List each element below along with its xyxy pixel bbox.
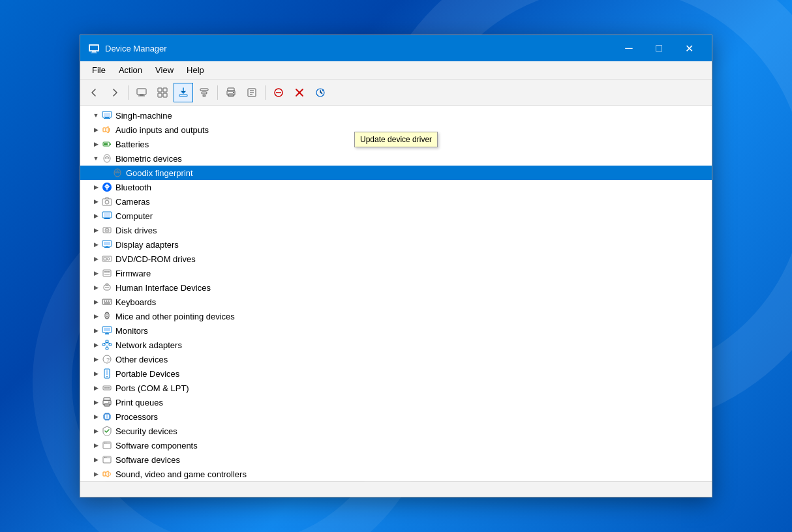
tree-item[interactable]: ▶Network adapters [80, 338, 712, 352]
tree-item[interactable]: ▶Audio inputs and outputs [80, 123, 712, 137]
expander[interactable]: ▶ [91, 213, 101, 219]
uninstall-button[interactable] [290, 83, 309, 102]
device-icon [101, 210, 113, 222]
forward-button[interactable] [105, 83, 125, 102]
content-area: ▼ Singh-machine ▶Audio inputs and output… [80, 106, 712, 481]
expander[interactable]: ▶ [91, 270, 101, 276]
tree-item[interactable]: ▶Processors [80, 409, 712, 424]
menu-bar: File Action View Help [80, 61, 712, 80]
tree-item[interactable]: ▶Bluetooth [80, 180, 712, 194]
tree-item[interactable]: ▶Monitors [80, 323, 712, 338]
device-label: Sound, video and game controllers [115, 469, 247, 479]
expander[interactable]: ▶ [91, 413, 101, 420]
expander[interactable]: ▶ [91, 241, 101, 248]
expander[interactable]: ▶ [91, 370, 101, 377]
tree-item[interactable]: ▶Computer [80, 209, 712, 223]
tree-item[interactable]: ▶Portable Devices [80, 366, 712, 381]
toolbar-sep-2 [217, 85, 218, 100]
tree-item[interactable]: Goodix fingerprint [80, 166, 712, 180]
expander[interactable]: ▶ [91, 184, 101, 190]
device-icon [101, 310, 113, 322]
expander[interactable]: ▶ [91, 399, 101, 406]
device-icon [101, 425, 113, 437]
menu-action[interactable]: Action [112, 64, 149, 76]
expander[interactable]: ▶ [91, 356, 101, 362]
menu-file[interactable]: File [85, 64, 112, 76]
close-button[interactable]: ✕ [674, 35, 704, 61]
show-all-devices-button[interactable] [132, 83, 151, 102]
expander[interactable]: ▶ [91, 428, 101, 434]
minimize-button[interactable]: ─ [614, 35, 644, 61]
expander[interactable]: ▶ [91, 442, 101, 449]
device-label: Audio inputs and outputs [115, 125, 209, 135]
tree-item[interactable]: ▶Batteries [80, 137, 712, 151]
tree-item[interactable]: ▶Ports (COM & LPT) [80, 381, 712, 395]
tree-item[interactable]: ▶Sound, video and game controllers [80, 467, 712, 481]
device-icon [101, 411, 113, 422]
menu-help[interactable]: Help [180, 64, 211, 76]
expander[interactable]: ▶ [91, 227, 101, 233]
device-label: Monitors [115, 326, 148, 336]
device-label: Human Interface Devices [115, 283, 211, 293]
svg-rect-91 [104, 398, 110, 400]
tree-item[interactable]: ▶Print queues [80, 395, 712, 409]
menu-view[interactable]: View [149, 64, 180, 76]
svg-rect-70 [102, 327, 112, 332]
update-driver-button[interactable] [174, 83, 193, 102]
root-expander[interactable]: ▼ [91, 112, 101, 119]
device-icon [101, 267, 113, 279]
device-icon [101, 382, 113, 394]
expander[interactable]: ▶ [91, 456, 101, 463]
expander[interactable]: ▶ [91, 313, 101, 319]
tree-item[interactable]: ▶Mice and other pointing devices [80, 309, 712, 323]
tree-item[interactable]: ▶DVD/CD-ROM drives [80, 252, 712, 266]
back-button[interactable] [84, 83, 104, 102]
expander[interactable]: ▶ [91, 385, 101, 391]
properties-button[interactable] [242, 83, 262, 102]
tree-item[interactable]: ▶Keyboards [80, 295, 712, 309]
root-label: Singh-machine [115, 111, 172, 121]
tree-item[interactable]: ▶Human Interface Devices [80, 280, 712, 295]
expander[interactable]: ▶ [91, 141, 101, 147]
title-bar: Device Manager ─ □ ✕ [80, 35, 712, 61]
svg-rect-65 [110, 301, 111, 302]
svg-rect-109 [103, 442, 111, 449]
tree-item[interactable]: ▶?Other devices [80, 352, 712, 366]
expander[interactable]: ▶ [91, 284, 101, 291]
device-tree[interactable]: ▼ Singh-machine ▶Audio inputs and output… [80, 106, 712, 481]
scan-hardware-button[interactable] [311, 83, 330, 102]
expander[interactable]: ▼ [91, 155, 101, 162]
tree-item[interactable]: ▶Software components [80, 438, 712, 452]
tree-root[interactable]: ▼ Singh-machine [80, 108, 712, 123]
svg-rect-67 [105, 312, 109, 319]
tree-item[interactable]: ▶Software devices [80, 452, 712, 467]
expander[interactable]: ▶ [91, 126, 101, 133]
print-button[interactable] [221, 83, 241, 102]
expander[interactable]: ▶ [91, 342, 101, 348]
svg-rect-74 [106, 340, 108, 342]
expander[interactable]: ▶ [91, 198, 101, 205]
disable-button[interactable] [269, 83, 288, 102]
svg-text:?: ? [106, 357, 110, 363]
show-by-connection-button[interactable] [194, 83, 214, 102]
expander[interactable]: ▶ [91, 327, 101, 334]
tree-item[interactable]: ▶Security devices [80, 424, 712, 438]
svg-rect-94 [108, 402, 110, 403]
expander[interactable]: ▶ [91, 471, 101, 477]
tree-item[interactable]: ▶Disk drives [80, 223, 712, 237]
expander[interactable]: ▶ [91, 299, 101, 305]
tree-item[interactable]: ▶Cameras [80, 194, 712, 209]
svg-rect-71 [104, 328, 110, 331]
show-by-type-button[interactable] [153, 83, 172, 102]
expander[interactable]: ▶ [91, 256, 101, 262]
tree-item[interactable]: ▼Biometric devices [80, 151, 712, 166]
tree-item[interactable]: ▶Firmware [80, 266, 712, 280]
tree-item[interactable]: ▶Display adapters [80, 237, 712, 252]
svg-rect-50 [102, 256, 112, 261]
device-icon [101, 224, 113, 236]
maximize-button[interactable]: □ [644, 35, 674, 61]
svg-rect-53 [103, 270, 111, 276]
device-icon [101, 196, 113, 207]
device-icon [101, 325, 113, 336]
device-icon [101, 296, 113, 308]
